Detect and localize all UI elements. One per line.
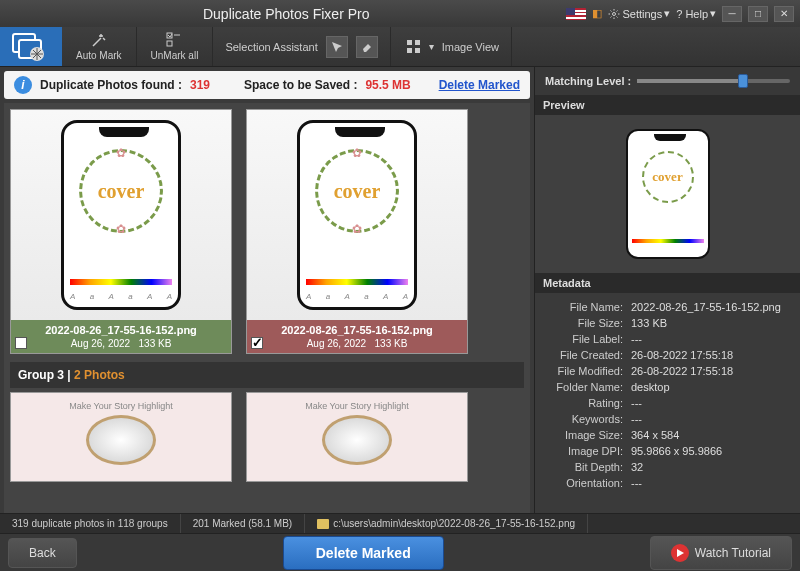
status-bar: 319 duplicate photos in 118 groups 201 M… bbox=[0, 513, 800, 533]
metadata-row: File Label:--- bbox=[543, 331, 792, 347]
image-view-grid-button[interactable] bbox=[403, 36, 425, 58]
arrow-icon bbox=[330, 40, 344, 54]
chevron-down-icon: ▾ bbox=[710, 7, 716, 20]
status-path: c:\users\admin\desktop\2022-08-26_17-55-… bbox=[305, 514, 588, 533]
status-marked: 201 Marked (58.1 MB) bbox=[181, 514, 306, 533]
svg-rect-7 bbox=[415, 40, 420, 45]
delete-marked-link[interactable]: Delete Marked bbox=[439, 78, 520, 92]
info-bar: i Duplicate Photos found : 319 Space to … bbox=[4, 71, 530, 99]
svg-rect-9 bbox=[415, 48, 420, 53]
grid-icon bbox=[406, 39, 422, 55]
back-button[interactable]: Back bbox=[8, 538, 77, 568]
svg-rect-8 bbox=[407, 48, 412, 53]
metadata-row: Folder Name:desktop bbox=[543, 379, 792, 395]
selection-assistant-label: Selection Assistant bbox=[225, 41, 317, 53]
auto-mark-button[interactable]: Auto Mark bbox=[62, 27, 137, 66]
metadata-row: Rating:--- bbox=[543, 395, 792, 411]
metadata-row: Image Size:364 x 584 bbox=[543, 427, 792, 443]
maximize-button[interactable]: □ bbox=[748, 6, 768, 22]
svg-rect-6 bbox=[407, 40, 412, 45]
close-button[interactable]: ✕ bbox=[774, 6, 794, 22]
photo-card[interactable]: coverAaAaAA 2022-08-26_17-55-16-152.png … bbox=[10, 109, 232, 354]
notification-icon[interactable]: ◧ bbox=[592, 7, 602, 20]
filename: 2022-08-26_17-55-16-152.png bbox=[17, 324, 225, 336]
found-value: 319 bbox=[190, 78, 210, 92]
metadata-row: Bit Depth:32 bbox=[543, 459, 792, 475]
metadata-list[interactable]: File Name:2022-08-26_17-55-16-152.png Fi… bbox=[535, 293, 800, 513]
found-label: Duplicate Photos found : bbox=[40, 78, 182, 92]
metadata-row: Orientation:--- bbox=[543, 475, 792, 491]
wand-icon bbox=[91, 32, 107, 48]
bottom-bar: Back Delete Marked Watch Tutorial bbox=[0, 533, 800, 571]
metadata-row: File Created:26-08-2022 17:55:18 bbox=[543, 347, 792, 363]
title-bar: Duplicate Photos Fixer Pro ◧ Settings▾ ?… bbox=[0, 0, 800, 27]
info-icon: i bbox=[14, 76, 32, 94]
group-header: Group 3 | 2 Photos bbox=[10, 362, 524, 388]
filename: 2022-08-26_17-55-16-152.png bbox=[253, 324, 461, 336]
image-view-label: Image View bbox=[442, 41, 499, 53]
watch-tutorial-button[interactable]: Watch Tutorial bbox=[650, 536, 792, 570]
metadata-row: Image DPI:95.9866 x 95.9866 bbox=[543, 443, 792, 459]
space-value: 95.5 MB bbox=[365, 78, 410, 92]
play-icon bbox=[671, 544, 689, 562]
select-checkbox[interactable] bbox=[251, 337, 263, 349]
photo-card[interactable]: Make Your Story Highlight bbox=[246, 392, 468, 482]
chevron-down-icon: ▾ bbox=[664, 7, 670, 20]
app-logo bbox=[0, 27, 62, 66]
minimize-button[interactable]: ─ bbox=[722, 6, 742, 22]
thumbnail: coverAaAaAA bbox=[11, 110, 231, 320]
app-title: Duplicate Photos Fixer Pro bbox=[6, 6, 566, 22]
select-checkbox[interactable] bbox=[15, 337, 27, 349]
thumbnail: coverAaAaAA bbox=[247, 110, 467, 320]
selection-mode-a-button[interactable] bbox=[326, 36, 348, 58]
unmark-all-button[interactable]: UnMark all bbox=[137, 27, 214, 66]
metadata-header: Metadata bbox=[535, 273, 800, 293]
metadata-row: Keywords:--- bbox=[543, 411, 792, 427]
metadata-row: File Name:2022-08-26_17-55-16-152.png bbox=[543, 299, 792, 315]
settings-menu[interactable]: Settings▾ bbox=[608, 7, 670, 20]
photo-card[interactable]: coverAaAaAA 2022-08-26_17-55-16-152.png … bbox=[246, 109, 468, 354]
photo-card[interactable]: Make Your Story Highlight bbox=[10, 392, 232, 482]
chevron-down-icon[interactable]: ▾ bbox=[429, 41, 434, 52]
preview-box: cover bbox=[535, 115, 800, 273]
matching-level-label: Matching Level : bbox=[545, 75, 631, 87]
eraser-icon bbox=[360, 40, 374, 54]
results-list[interactable]: coverAaAaAA 2022-08-26_17-55-16-152.png … bbox=[4, 103, 530, 513]
details-pane: Matching Level : Preview cover Metadata … bbox=[534, 67, 800, 513]
delete-marked-button[interactable]: Delete Marked bbox=[283, 536, 444, 570]
status-duplicates: 319 duplicate photos in 118 groups bbox=[0, 514, 181, 533]
svg-point-0 bbox=[613, 12, 616, 15]
preview-header: Preview bbox=[535, 95, 800, 115]
results-pane: i Duplicate Photos found : 319 Space to … bbox=[0, 67, 534, 513]
folder-icon bbox=[317, 519, 329, 529]
help-menu[interactable]: ? Help▾ bbox=[676, 7, 716, 20]
selection-mode-b-button[interactable] bbox=[356, 36, 378, 58]
matching-level-slider[interactable] bbox=[637, 79, 790, 83]
slider-handle[interactable] bbox=[738, 74, 748, 88]
metadata-row: File Size:133 KB bbox=[543, 315, 792, 331]
metadata-row: File Modified:26-08-2022 17:55:18 bbox=[543, 363, 792, 379]
space-label: Space to be Saved : bbox=[244, 78, 357, 92]
svg-rect-5 bbox=[167, 41, 172, 46]
unmark-icon bbox=[166, 32, 182, 48]
toolbar: Auto Mark UnMark all Selection Assistant… bbox=[0, 27, 800, 67]
flag-icon[interactable] bbox=[566, 8, 586, 20]
